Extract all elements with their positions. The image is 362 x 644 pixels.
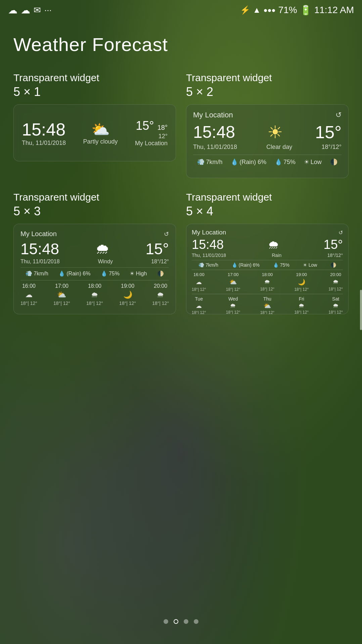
wind-icon-5x4: 💨 [198, 262, 204, 268]
rain-icon-5x4: 💧 [232, 262, 237, 268]
page-dot-1[interactable] [164, 619, 168, 624]
status-icons-left: ☁ ☁ ✉ ··· [8, 5, 52, 16]
widget-5x1-size: 5 × 1 [13, 85, 176, 99]
widget-5x1-time-block: 15:48 Thu, 11/01/2018 [22, 119, 66, 147]
widget-5x1-section: Transparent widget 5 × 1 15:48 Thu, 11/0… [13, 72, 176, 178]
widget-5x2-time: 15:48 [193, 122, 235, 142]
battery-label: 71% [278, 5, 297, 15]
widget-5x4-weather-desc: Rain [272, 253, 281, 258]
widget-5x4-sub-row: Thu, 11/01/2018 Rain 18°/12° [192, 253, 343, 258]
uv-icon-5x4: ☀ [303, 262, 307, 268]
widget-5x4-temp: 15° [324, 237, 343, 252]
widget-5x2-sun-icon: ☀ [267, 122, 283, 142]
widget-5x3-moon: 🌓 [157, 270, 164, 277]
widget-5x2-info-row: 💨 7km/h 💧 (Rain) 6% 💧 75% ☀ Low [193, 155, 342, 166]
widget-5x2-weather-desc: Clear day [266, 144, 292, 151]
page-dot-3[interactable] [184, 619, 188, 624]
widget-5x1-time: 15:48 [22, 119, 66, 140]
status-bar: ☁ ☁ ✉ ··· ⚡ ▲ ●●● 71% 🔋 11:12 AM [0, 0, 362, 20]
widget-5x2-card[interactable]: My Location ↺ 15:48 ☀ 15° Thu, 11/01/201… [186, 104, 349, 178]
widget-5x3-weather-desc: Windy [98, 259, 113, 265]
cloud-icon-1: ☁ [8, 5, 17, 16]
widget-5x1-weather-icon: ⛅ [83, 121, 118, 138]
forecast-item: 16:00 ☁ 18°| 12° [192, 272, 206, 292]
widget-5x1-weather-desc: Partly cloudy [83, 138, 118, 145]
widget-5x1-temp-range: 12° [135, 133, 168, 140]
widget-5x1-location: My Location [135, 140, 168, 147]
widget-5x4-topbar: My Location ↺ [192, 229, 343, 236]
widget-5x3-temp-range: 18°/12° [151, 259, 169, 265]
widget-5x3-wind: 💨 7km/h [26, 270, 48, 277]
widget-5x2-location: My Location [193, 111, 233, 119]
widget-5x2-temp-range: 18°/12° [322, 144, 342, 151]
widget-5x1-weather-block: ⛅ Partly cloudy [83, 121, 118, 145]
forecast-item: 19:00 🌙 18°| 12° [294, 272, 309, 292]
widget-5x2-refresh-icon: ↺ [335, 111, 342, 119]
status-icons-right: ⚡ ▲ ●●● 71% 🔋 11:12 AM [240, 5, 354, 16]
widget-5x1-label: Transparent widget [13, 72, 176, 84]
widget-5x2-topbar: My Location ↺ [193, 111, 342, 119]
mail-icon: ✉ [34, 5, 41, 15]
uv-icon: ☀ [304, 158, 309, 166]
forecast-item: 17:00 ⛅ 18°| 12° [53, 283, 70, 306]
signal-icon: ●●● [263, 6, 275, 14]
widget-5x4-uv: ☀ Low [303, 262, 317, 268]
widget-5x3-date: Thu, 11/01/2018 [20, 259, 60, 265]
widget-5x4-humidity: 💧 75% [273, 262, 289, 268]
widget-5x3-refresh-icon: ↺ [164, 230, 169, 238]
widget-5x2-temp: 15° [315, 122, 342, 142]
forecast-item: 19:00 🌙 18°| 12° [119, 283, 136, 306]
widget-5x1-card[interactable]: 15:48 Thu, 11/01/2018 ⛅ Partly cloudy 15… [13, 104, 176, 161]
widget-5x4-section: Transparent widget 5 × 4 My Location ↺ 1… [186, 192, 349, 314]
moon-icon: 🌓 [330, 158, 337, 166]
widget-5x3-sub-row: Thu, 11/01/2018 Windy 18°/12° [20, 259, 169, 265]
weekly-item: Fri 🌧 18°| 12° [294, 296, 309, 314]
page-title: Weather Forecast [13, 34, 349, 55]
weekly-item: Sat 🌧 18°| 12° [328, 296, 343, 314]
widget-5x2-section: Transparent widget 5 × 2 My Location ↺ 1… [186, 72, 349, 178]
widget-5x3-info-row: 💨 7km/h 💧 (Rain) 6% 💧 75% ☀ High [20, 267, 169, 277]
cloud-icon-2: ☁ [21, 5, 30, 16]
widget-5x3-card[interactable]: My Location ↺ 15:48 🌧 15° Thu, 11/01/201… [13, 224, 176, 314]
widget-5x4-size: 5 × 4 [186, 204, 349, 218]
humidity-icon: 💧 [275, 158, 282, 166]
forecast-item: 16:00 ☁ 18°| 12° [20, 283, 37, 306]
forecast-item: 18:00 🌧 18°| 12° [86, 283, 103, 306]
humidity-icon-5x3: 💧 [101, 270, 107, 277]
page-dots [0, 619, 362, 624]
widget-5x4-wind: 💨 7km/h [198, 262, 218, 268]
widget-5x3-temp: 15° [145, 240, 169, 258]
widget-5x3-uv: ☀ High [130, 270, 147, 277]
page-dot-4[interactable] [194, 619, 198, 624]
widget-5x2-uv: ☀ Low [304, 158, 322, 166]
forecast-item: 20:00 🌧 18°| 12° [328, 272, 343, 292]
widget-5x3-forecast-row: 16:00 ☁ 18°| 12° 17:00 ⛅ 18°| 12° 18:00 … [20, 280, 169, 306]
widget-5x1-temp-high: 18° [157, 124, 168, 131]
scroll-indicator [360, 290, 362, 330]
widgets-grid: Transparent widget 5 × 1 15:48 Thu, 11/0… [13, 72, 349, 314]
forecast-item: 18:00 🌧 18°| 12° [260, 272, 275, 292]
main-content: Weather Forecast Transparent widget 5 × … [0, 27, 362, 644]
widget-5x2-humidity: 💧 75% [275, 158, 296, 166]
battery-icon: 🔋 [300, 5, 312, 16]
widget-5x4-moon: 🌓 [330, 262, 336, 268]
widget-5x3-size: 5 × 3 [13, 204, 176, 218]
clock: 11:12 AM [314, 5, 354, 15]
widget-5x2-rain: 💧 (Rain) 6% [231, 158, 266, 166]
widget-5x4-info-row: 💨 7km/h 💧 (Rain) 6% 💧 75% ☀ Low [192, 260, 343, 268]
bluetooth-icon: ⚡ [240, 5, 250, 15]
rain-icon: 💧 [231, 158, 238, 166]
widget-5x4-card[interactable]: My Location ↺ 15:48 🌧 15° Thu, 11/01/201… [186, 224, 349, 314]
widget-5x4-label: Transparent widget [186, 192, 349, 203]
widget-5x4-weather-icon: 🌧 [268, 238, 279, 251]
widget-5x4-date: Thu, 11/01/2018 [192, 253, 226, 258]
widget-5x2-temp-block: 15° [315, 122, 342, 142]
forecast-item: 17:00 ⛅ 18°| 12° [226, 272, 240, 292]
widget-5x4-time: 15:48 [192, 237, 224, 252]
widget-5x2-time-block: 15:48 [193, 122, 235, 142]
widget-5x1-temp-block: 15° 18° 12° My Location [135, 119, 168, 147]
wind-icon-5x3: 💨 [26, 270, 32, 277]
widget-5x1-temp-main: 15° 18° [135, 119, 168, 133]
widget-5x3-time: 15:48 [20, 240, 59, 258]
page-dot-2[interactable] [174, 619, 178, 624]
